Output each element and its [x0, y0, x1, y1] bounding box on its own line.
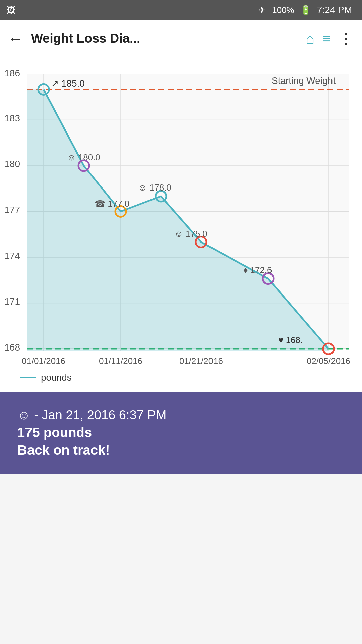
more-button[interactable]: ⋮ — [339, 30, 354, 47]
svg-text:♦ 172.6: ♦ 172.6 — [243, 265, 272, 275]
legend-line — [20, 377, 36, 378]
svg-text:177: 177 — [4, 205, 20, 215]
detail-card-datetime: ☺ - Jan 21, 2016 6:37 PM — [17, 408, 345, 422]
home-button[interactable]: ⌂ — [306, 30, 315, 47]
svg-text:☎ 177.0: ☎ 177.0 — [95, 199, 129, 209]
list-button[interactable]: ≡ — [323, 31, 330, 46]
legend: pounds — [0, 367, 362, 388]
status-bar: 🖼 ✈ 100% 🔋 7:24 PM — [0, 0, 362, 20]
battery-icon: 🔋 — [300, 5, 311, 15]
svg-text:Starting Weight: Starting Weight — [272, 75, 336, 86]
back-button[interactable]: ← — [8, 30, 23, 47]
time-display: 7:24 PM — [317, 5, 352, 15]
svg-text:186: 186 — [4, 68, 20, 78]
airplane-icon: ✈ — [258, 5, 266, 16]
chart-container: 168 171 174 177 180 183 186 01/01/2016 0… — [0, 57, 362, 392]
svg-text:↗ 185.0: ↗ 185.0 — [51, 78, 85, 89]
svg-text:183: 183 — [4, 113, 20, 123]
page-title: Weight Loss Dia... — [31, 31, 298, 46]
app-bar: ← Weight Loss Dia... ⌂ ≡ ⋮ — [0, 20, 362, 57]
svg-text:01/11/2016: 01/11/2016 — [99, 356, 142, 366]
svg-text:☺ 180.0: ☺ 180.0 — [67, 152, 100, 162]
svg-text:01/01/2016: 01/01/2016 — [22, 356, 65, 366]
detail-card: ☺ - Jan 21, 2016 6:37 PM 175 pounds Back… — [0, 392, 362, 474]
detail-card-weight: 175 pounds — [17, 425, 345, 440]
weight-chart: 168 171 174 177 180 183 186 01/01/2016 0… — [0, 64, 362, 366]
svg-text:♥ 168.: ♥ 168. — [278, 335, 303, 345]
svg-text:180: 180 — [4, 159, 20, 169]
svg-text:01/21/2016: 01/21/2016 — [179, 356, 223, 366]
battery-status: 100% — [272, 5, 294, 15]
svg-text:168: 168 — [4, 342, 20, 353]
svg-text:171: 171 — [4, 296, 20, 307]
svg-text:☺ 175.0: ☺ 175.0 — [174, 229, 207, 239]
detail-card-note: Back on track! — [17, 443, 345, 458]
svg-text:174: 174 — [4, 251, 20, 261]
legend-label: pounds — [41, 372, 72, 383]
svg-text:02/05/2016: 02/05/2016 — [307, 356, 350, 366]
svg-text:☺ 178.0: ☺ 178.0 — [138, 182, 171, 193]
image-icon: 🖼 — [7, 5, 15, 15]
